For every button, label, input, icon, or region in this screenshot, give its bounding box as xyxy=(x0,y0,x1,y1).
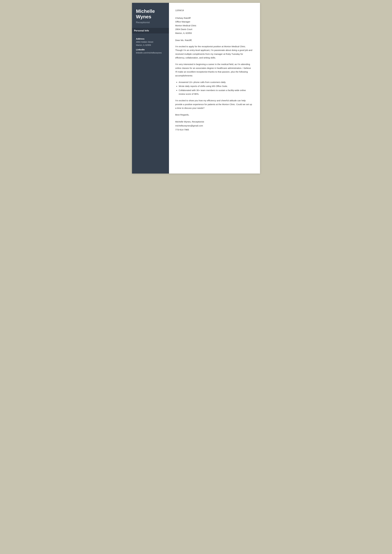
address-line2: Marion, IL 62959 xyxy=(136,44,165,47)
signature-phone: 773-914-7965 xyxy=(175,128,253,132)
paragraph3: I'm excited to show you how my efficienc… xyxy=(175,99,253,110)
bullet-list: Answered 10+ phone calls from customers … xyxy=(179,80,253,96)
address-line1: 4884 Holden Street xyxy=(136,41,165,44)
document: Michelle Wynes Receptionist Personal Inf… xyxy=(132,3,260,174)
salutation: Dear Ms. Ratcliff, xyxy=(175,39,253,42)
linkedin-label: LinkedIn xyxy=(136,49,165,51)
signature-name: Michelle Wynes, Receptionist xyxy=(175,120,253,124)
letter-signature: Michelle Wynes, Receptionist michellezwy… xyxy=(175,120,253,132)
paragraph2: I'm very interested in beginning a caree… xyxy=(175,63,253,77)
recipient-address: 2804 Davis Court xyxy=(175,28,253,31)
paragraph1: I'm excited to apply for the receptionis… xyxy=(175,45,253,60)
personal-info-header: Personal Info xyxy=(132,28,169,33)
bullet-item-2: Wrote daily reports of shifts using MS O… xyxy=(179,84,253,88)
applicant-title: Receptionist xyxy=(136,21,165,24)
recipient-title: Office Manager xyxy=(175,20,253,24)
recipient-city: Marion, IL 62959 xyxy=(175,31,253,35)
bullet-item-1: Answered 10+ phone calls from customers … xyxy=(179,80,253,84)
applicant-name: Michelle Wynes xyxy=(136,8,165,20)
bullet-item-3: Collaborated with 30+ team members to su… xyxy=(179,88,253,96)
address-label: Address xyxy=(136,38,165,40)
letter-closing: Best Regards, xyxy=(175,113,253,117)
signature-email: michellezwynes@gmail.com xyxy=(175,124,253,128)
linkedin-value: linkedin.com/michellezwynes xyxy=(136,51,165,55)
recipient-block: Chelsey Ratcliff Office Manager Morton M… xyxy=(175,16,253,35)
recipient-name: Chelsey Ratcliff xyxy=(175,16,253,20)
recipient-company: Morton Medical Clinic xyxy=(175,24,253,28)
letter-date: 12/09/19 xyxy=(175,9,253,12)
main-content: 12/09/19 Chelsey Ratcliff Office Manager… xyxy=(169,3,260,174)
letter-body: I'm excited to apply for the receptionis… xyxy=(175,45,253,110)
sidebar: Michelle Wynes Receptionist Personal Inf… xyxy=(132,3,169,174)
